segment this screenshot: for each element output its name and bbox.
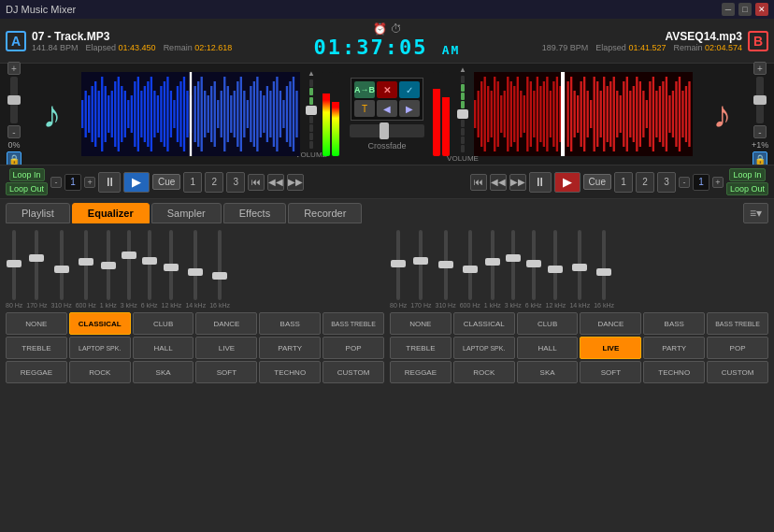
deck-a-left-controls: + - 0% 🔒 [6,62,22,166]
deck-b-next-button[interactable]: ▶▶ [509,174,526,191]
preset-b-techno[interactable]: TECHNO [643,361,705,383]
preset-a-party[interactable]: PARTY [259,337,321,359]
preset-b-ska[interactable]: SKA [517,361,579,383]
svg-rect-72 [491,91,493,137]
deck-a-loop-num-down[interactable]: - [50,177,62,188]
preset-b-laptop[interactable]: LAPTOP SPK. [453,337,515,359]
close-button[interactable]: ✕ [755,3,768,16]
preset-a-none[interactable]: NONE [6,312,67,335]
preset-b-hall[interactable]: HALL [517,337,579,359]
tab-recorder[interactable]: Recorder [288,203,362,223]
preset-a-live[interactable]: LIVE [195,337,257,359]
preset-b-treble[interactable]: TREBLE [390,337,452,359]
deck-b-loop-num-down[interactable]: - [679,177,690,188]
deck-a-cue-2[interactable]: 2 [205,172,223,193]
preset-b-soft[interactable]: SOFT [580,361,641,383]
x-button[interactable]: ✕ [377,81,397,98]
preset-a-bass-treble[interactable]: BASS TREBLE [322,312,384,335]
preset-a-dance[interactable]: DANCE [195,312,257,335]
deck-a-vol-down[interactable]: - [7,125,21,138]
deck-b-volume-slider[interactable]: ▲ VOLUME [455,65,470,163]
preset-a-ska[interactable]: SKA [133,361,194,383]
deck-a-header: A 07 - Track.MP3 141.84 BPM Elapsed 01:4… [6,30,305,52]
t-button[interactable]: T [354,100,375,117]
preset-a-soft[interactable]: SOFT [195,361,257,383]
deck-a-loop-out-button[interactable]: Loop Out [6,182,48,195]
deck-a-prev-button2[interactable]: ◀◀ [267,174,284,191]
deck-a-volume-slider[interactable]: ▲ VOLUME [304,69,319,159]
preset-a-techno[interactable]: TECHNO [259,361,321,383]
preset-b-club[interactable]: CLUB [517,312,579,335]
preset-a-hall[interactable]: HALL [133,337,194,359]
svg-rect-109 [609,81,611,147]
deck-a-cue-3[interactable]: 3 [226,172,245,193]
list-view-button[interactable]: ≡▾ [743,203,768,223]
deck-a-waveform[interactable] [81,72,300,156]
deck-b-prev-button2[interactable]: ◀◀ [490,174,507,191]
deck-a-loop-in-button[interactable]: Loop In [9,168,45,181]
deck-b-cue-button[interactable]: Cue [583,174,611,190]
preset-a-bass[interactable]: BASS [259,312,321,335]
preset-a-pop[interactable]: POP [322,337,384,359]
preset-a-classical[interactable]: CLASSICAL [69,312,131,335]
deck-b-vol-down[interactable]: - [753,125,767,138]
deck-b-pause-button[interactable]: ⏸ [529,172,552,193]
deck-b-cue-1[interactable]: 1 [614,172,633,193]
tab-equalizer[interactable]: Equalizer [72,203,150,223]
deck-a-cue-button[interactable]: Cue [152,174,180,190]
deck-b-prev-button[interactable]: ⏮ [470,174,487,191]
eq-label-b-2: 310 Hz [435,302,455,309]
eq-band-a-1: 170 Hz [26,230,47,309]
preset-b-reggae[interactable]: REGGAE [390,361,452,383]
deck-b-waveform[interactable] [474,72,693,156]
deck-a-prev-button[interactable]: ⏮ [248,174,265,191]
arrow-left-button[interactable]: ◀ [377,100,397,117]
preset-a-rock[interactable]: ROCK [69,361,131,383]
deck-b-cue-3[interactable]: 3 [657,172,676,193]
deck-b-fader[interactable] [756,77,764,123]
crossfade-slider[interactable] [350,124,424,137]
preset-b-rock[interactable]: ROCK [453,361,515,383]
preset-b-bass-treble[interactable]: BASS TREBLE [707,312,768,335]
deck-a-fader[interactable] [10,77,18,123]
svg-rect-55 [260,91,262,137]
tab-effects[interactable]: Effects [223,203,286,223]
svg-rect-78 [510,81,512,147]
deck-a-next-button[interactable]: ▶▶ [287,174,304,191]
deck-a-vol-up[interactable]: + [7,62,21,75]
deck-a-cue-1[interactable]: 1 [183,172,202,193]
svg-rect-67 [474,100,476,128]
ab-switch-button[interactable]: A→B [354,81,375,98]
preset-b-classical[interactable]: CLASSICAL [453,312,515,335]
preset-b-dance[interactable]: DANCE [580,312,641,335]
preset-b-bass[interactable]: BASS [643,312,705,335]
arrow-right-button[interactable]: ▶ [399,100,420,117]
maximize-button[interactable]: □ [738,3,752,16]
preset-a-club[interactable]: CLUB [133,312,194,335]
preset-a-treble[interactable]: TREBLE [6,337,67,359]
preset-b-live[interactable]: LIVE [580,337,641,359]
tab-sampler[interactable]: Sampler [151,203,222,223]
deck-a-pause-button[interactable]: ⏸ [98,172,121,193]
preset-b-none[interactable]: NONE [390,312,452,335]
deck-b-cue-2[interactable]: 2 [636,172,654,193]
minimize-button[interactable]: ─ [722,3,735,16]
deck-a-play-button[interactable]: ▶ [123,172,150,193]
deck-b-loop-out-button[interactable]: Loop Out [726,182,768,195]
deck-b-loop-num-up[interactable]: + [712,177,724,188]
deck-b-vol-up[interactable]: + [753,62,767,75]
preset-a-laptop[interactable]: LAPTOP SPK. [69,337,131,359]
deck-b-loop-in-button[interactable]: Loop In [729,168,765,181]
preset-a-custom[interactable]: CUSTOM [322,361,384,383]
deck-b-vu-meter [433,72,452,156]
preset-a-reggae[interactable]: REGGAE [6,361,67,383]
svg-rect-6 [101,77,103,151]
tab-playlist[interactable]: Playlist [6,203,70,223]
svg-rect-64 [289,81,291,147]
check-button[interactable]: ✓ [399,81,420,98]
deck-b-play-button[interactable]: ▶ [554,172,580,193]
preset-b-party[interactable]: PARTY [643,337,705,359]
preset-b-pop[interactable]: POP [707,337,768,359]
preset-b-custom[interactable]: CUSTOM [707,361,768,383]
deck-a-loop-num-up[interactable]: + [84,177,95,188]
